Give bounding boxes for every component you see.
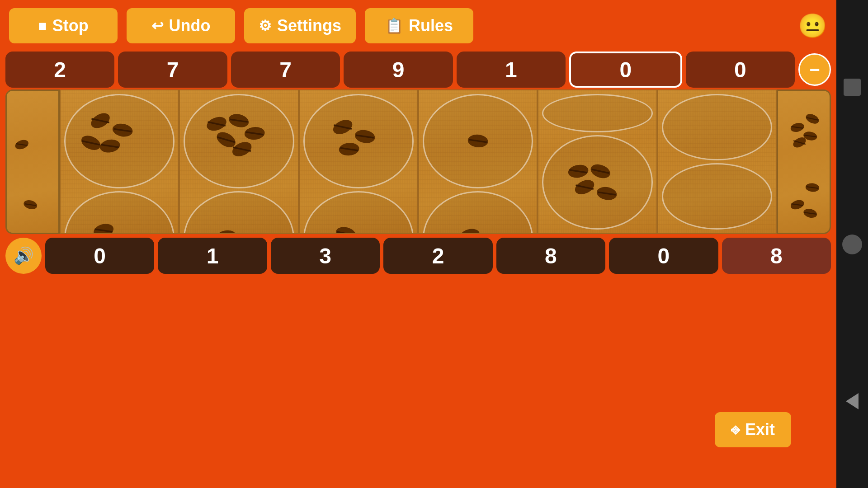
game-board xyxy=(0,89,836,234)
board-cell-2[interactable] xyxy=(179,89,298,234)
pit-6-top[interactable] xyxy=(662,94,772,160)
exit-label: Exit xyxy=(745,420,775,439)
score-top-0[interactable]: 2 xyxy=(5,52,114,88)
pit-2-bottom[interactable] xyxy=(184,191,294,234)
beans-left-store xyxy=(7,91,58,233)
beans-right-store xyxy=(778,91,830,233)
minus-button[interactable]: − xyxy=(798,53,831,86)
settings-label: Settings xyxy=(277,16,341,35)
exit-button[interactable]: ⎆ Exit xyxy=(715,412,791,447)
undo-icon: ↩ xyxy=(151,17,164,34)
pit-1-top[interactable] xyxy=(64,94,175,188)
rules-icon: 📋 xyxy=(385,17,403,34)
board-cell-4[interactable] xyxy=(418,89,538,234)
stop-label: Stop xyxy=(52,16,89,35)
svg-point-44 xyxy=(458,227,481,234)
minus-icon: − xyxy=(809,60,820,80)
score-bottom-5[interactable]: 0 xyxy=(609,238,718,274)
pit-2-top[interactable] xyxy=(184,94,294,188)
svg-point-28 xyxy=(215,229,237,234)
pit-6-bottom[interactable] xyxy=(662,163,772,230)
score-bottom-1[interactable]: 1 xyxy=(158,238,267,274)
board-cell-store-left[interactable] xyxy=(5,89,60,234)
score-top-row: 2 7 7 9 1 0 0 − xyxy=(0,52,836,88)
score-bottom-4[interactable]: 8 xyxy=(496,238,605,274)
emoji-icon: 😐 xyxy=(798,13,827,39)
beans-3-top xyxy=(305,95,412,187)
board-cell-6[interactable] xyxy=(657,89,777,234)
pit-1-bottom[interactable] xyxy=(64,191,175,234)
undo-button[interactable]: ↩ Undo xyxy=(127,8,235,43)
board-cell-5[interactable] xyxy=(538,89,657,234)
beans-1-bottom xyxy=(66,192,173,234)
score-top-3[interactable]: 9 xyxy=(344,52,453,88)
beans-5-bottom xyxy=(543,136,651,228)
score-bottom-3[interactable]: 2 xyxy=(383,238,492,274)
pit-3-bottom[interactable] xyxy=(303,191,414,234)
score-bottom-2[interactable]: 3 xyxy=(271,238,380,274)
device-home-button[interactable] xyxy=(842,235,862,254)
score-top-6[interactable]: 0 xyxy=(686,52,795,88)
score-top-1[interactable]: 7 xyxy=(118,52,227,88)
stop-icon: ■ xyxy=(38,18,47,34)
settings-icon: ⚙ xyxy=(259,17,272,34)
score-top-2[interactable]: 7 xyxy=(231,52,340,88)
stop-button[interactable]: ■ Stop xyxy=(9,8,118,43)
beans-2-top xyxy=(185,95,292,187)
sound-button[interactable]: 🔊 xyxy=(5,238,42,274)
device-power-button[interactable] xyxy=(844,79,861,96)
score-bottom-row: 🔊 0 1 3 2 8 0 8 xyxy=(0,238,836,274)
exit-icon: ⎆ xyxy=(731,422,740,438)
score-bottom-6[interactable]: 8 xyxy=(722,238,831,274)
pit-4-bottom[interactable] xyxy=(423,191,533,234)
score-top-4[interactable]: 1 xyxy=(457,52,566,88)
board-cell-1[interactable] xyxy=(60,89,179,234)
board-cell-3[interactable] xyxy=(299,89,418,234)
settings-button[interactable]: ⚙ Settings xyxy=(244,8,356,43)
pit-5-bottom[interactable] xyxy=(542,135,652,230)
beans-2-bottom xyxy=(185,192,292,234)
pit-4-top[interactable] xyxy=(423,94,533,188)
sound-icon: 🔊 xyxy=(14,246,34,265)
device-back-button[interactable] xyxy=(846,393,859,409)
beans-4-bottom xyxy=(424,192,532,234)
device-bar xyxy=(836,0,868,488)
score-top-5[interactable]: 0 xyxy=(569,52,682,88)
rules-label: Rules xyxy=(409,16,453,35)
beans-3-bottom xyxy=(305,192,412,234)
pit-5-top[interactable] xyxy=(542,94,652,132)
rules-button[interactable]: 📋 Rules xyxy=(365,8,473,43)
score-bottom-0[interactable]: 0 xyxy=(45,238,154,274)
beans-1-top xyxy=(66,95,173,187)
board-cell-store-right[interactable] xyxy=(777,89,831,234)
undo-label: Undo xyxy=(169,16,211,35)
pit-3-top[interactable] xyxy=(303,94,414,188)
beans-4-top xyxy=(424,95,532,187)
emoji-button[interactable]: 😐 xyxy=(798,12,827,40)
